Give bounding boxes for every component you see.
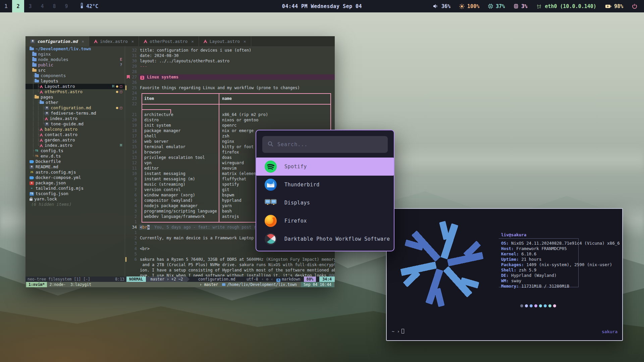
launcher-item-darktable[interactable]: Darktable Photo Workflow Software <box>256 230 394 248</box>
tree-item-label: node_modules <box>38 57 68 62</box>
tab-configuration.md[interactable]: Mconfiguration.md× <box>25 36 89 46</box>
tmux-window-3[interactable]: 3:lazygit <box>68 282 94 287</box>
astro-file-icon <box>40 90 43 94</box>
tree-item-index.astro[interactable]: │ │ ├index.astro <box>25 116 125 121</box>
launcher-item-thunderbird[interactable]: Thunderbird <box>256 176 394 194</box>
tree-item-label: (6 hidden items) <box>31 202 71 207</box>
info-label: Kernel: <box>501 251 521 256</box>
tree-item-label: balcony.astro <box>45 127 77 132</box>
spotify-icon <box>264 160 277 173</box>
tab-close-icon[interactable]: × <box>82 39 84 44</box>
tree-item-tailwind.config.mjs[interactable]: ≈tailwind.config.mjs <box>25 186 125 191</box>
workspace-8[interactable]: 8 <box>48 0 60 12</box>
line-number: 18 <box>125 128 137 133</box>
tree-item-env.d.ts[interactable]: └TSenv.d.ts <box>25 154 125 159</box>
tree-item-docker-compose.yml[interactable]: docker-compose.yml <box>25 175 125 180</box>
launcher-search[interactable] <box>262 136 388 153</box>
buffer-text: --- <box>140 64 147 69</box>
workspace-4[interactable]: 4 <box>36 0 48 12</box>
tree-item-label: other <box>46 100 58 105</box>
battery-icon <box>605 4 611 8</box>
search-input[interactable] <box>277 141 382 147</box>
indent-guide: ├ <box>30 148 35 154</box>
table-cell-name: x86_64 (rip m2 pro) <box>222 112 268 117</box>
battery-module[interactable]: 98% <box>605 3 623 9</box>
tree-item-pages[interactable]: ├pages <box>25 95 125 100</box>
launcher-item-spotify[interactable]: Spotify <box>256 158 394 176</box>
tree-item-~/Development/liv.town[interactable]: ~/Development/liv.town <box>25 46 125 52</box>
workspace-1[interactable]: 1 <box>0 0 12 12</box>
tree-item-config.ts[interactable]: ├TSconfig.ts <box>25 148 125 154</box>
cpu-module[interactable]: 37% <box>488 3 505 9</box>
tab-Layout.astro[interactable]: Layout.astro× <box>199 36 251 46</box>
fetch-info-row: Kernel: 6.10.6 <box>501 251 536 257</box>
tab-close-icon[interactable]: × <box>131 39 134 44</box>
heading-level-icon: 1 <box>140 76 144 80</box>
buffer-text: and a 2TB (Crucial P5 Plus) NVMe drive. … <box>140 262 335 267</box>
tab-close-icon[interactable]: × <box>191 39 194 44</box>
darktable-icon <box>264 233 277 245</box>
tree-item-label: index.astro <box>45 143 72 148</box>
tree-item-components[interactable]: ├components <box>25 73 125 78</box>
tree-item-layouts[interactable]: ├layouts <box>25 78 125 84</box>
workspace-9[interactable]: 9 <box>60 0 72 12</box>
line-number: 30 <box>125 58 137 64</box>
palette-dot <box>520 304 523 307</box>
line-number: 1 <box>125 230 137 235</box>
tree-item-configuration.md[interactable]: │ │ ├Mconfiguration.md●□ <box>25 105 125 111</box>
tree-item-Layout.astro[interactable]: │ ├Layout.astroH●□ <box>25 84 125 89</box>
info-label: Host: <box>501 246 516 251</box>
tree-item-README.md[interactable]: MREADME.md <box>25 164 125 170</box>
tree-item-package.json[interactable]: npackage.json <box>25 180 125 186</box>
tab-otherPost.astro[interactable]: otherPost.astro× <box>139 36 199 46</box>
line-number: 11 <box>125 166 137 171</box>
line-number: 3 <box>125 241 137 246</box>
palette-dot <box>530 304 533 307</box>
launcher-item-displays[interactable]: Displays <box>256 194 394 212</box>
shell-prompt[interactable]: ~ › <box>392 329 404 334</box>
launcher-item-firefox[interactable]: Firefox <box>256 212 394 230</box>
tree-item-tone-guide.md[interactable]: │ │ └Mtone-guide.md <box>25 121 125 127</box>
tree-item-public[interactable]: public? <box>25 62 125 68</box>
table-cell-name: bspwm <box>222 192 234 198</box>
workspace-2[interactable]: 2 <box>12 0 24 12</box>
tree-item-Dockerfile[interactable]: Dockerfile <box>25 159 125 164</box>
module-value: 3% <box>521 3 527 9</box>
tree-item-garden.astro[interactable]: │ ├garden.astro <box>25 137 125 143</box>
tree-item-nginx[interactable]: nginx <box>25 52 125 57</box>
power-module[interactable] <box>632 4 637 9</box>
folder-icon <box>32 53 37 56</box>
tree-item-node_modules[interactable]: node_modulesE <box>25 57 125 62</box>
tree-item-otherPost.astro[interactable]: │ └otherPost.astro●□ <box>25 89 125 95</box>
astro-file-icon <box>40 144 43 147</box>
neotree-title: neo-tree filesystem [1] [-] <box>28 277 90 282</box>
info-value: 21 hours <box>521 257 541 262</box>
tree-item-yarn.lock[interactable]: yarn.lock <box>25 196 125 202</box>
tmux-window-1[interactable]: 1:nvim* <box>26 282 47 287</box>
tab-label: index.astro <box>100 39 128 44</box>
tree-item-tsconfig.json[interactable]: TStsconfig.json <box>25 191 125 196</box>
tmux-window-2[interactable]: 2:node- <box>47 282 68 287</box>
tree-item-index.astro[interactable]: │ └index.astroH <box>25 143 125 148</box>
tree-item-fediverse-terms.md[interactable]: │ │ ├Mfediverse-terms.md <box>25 111 125 116</box>
temperature-value: 42°C <box>86 3 98 9</box>
module-value: 98% <box>614 3 623 9</box>
tab-index.astro[interactable]: index.astro× <box>89 36 139 46</box>
tree-item-src[interactable]: src <box>25 68 125 73</box>
astro-file-icon <box>40 138 43 142</box>
fetch-info-row: WM: sway <box>501 278 521 284</box>
folder-icon <box>32 63 37 67</box>
tree-item-(6 hidden items)[interactable]: (6 hidden items) <box>25 202 125 207</box>
volume-module[interactable]: 36% <box>433 3 450 9</box>
network-module[interactable]: eth0 (10.0.0.140) <box>536 3 596 9</box>
tree-item-balcony.astro[interactable]: │ ├balcony.astro <box>25 127 125 132</box>
table-cell-item: music (streaming) <box>144 182 185 187</box>
workspace-3[interactable]: 3 <box>24 0 36 12</box>
module-value: 37% <box>496 3 505 9</box>
tree-item-other[interactable]: │ ├other <box>25 100 125 105</box>
tab-close-icon[interactable]: × <box>244 39 246 44</box>
gpu-module[interactable]: 3% <box>514 3 527 9</box>
brightness-module[interactable]: 100% <box>459 3 479 9</box>
tree-item-astro.config.mjs[interactable]: JSastro.config.mjs <box>25 170 125 175</box>
tree-item-contact.astro[interactable]: │ ├contact.astro <box>25 132 125 137</box>
